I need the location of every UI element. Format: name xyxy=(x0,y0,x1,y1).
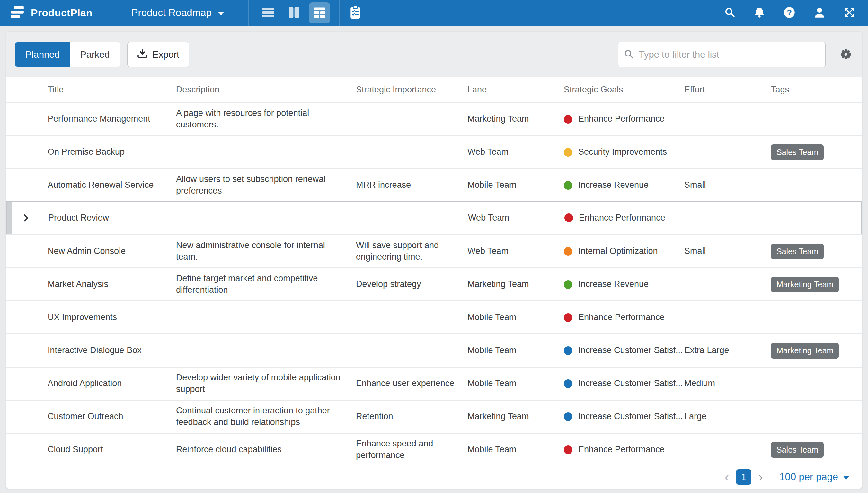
export-label: Export xyxy=(152,49,179,60)
table-settings-button[interactable] xyxy=(839,47,853,63)
list-view-icon xyxy=(262,6,274,20)
row-effort: Extra Large xyxy=(684,345,771,356)
help-button[interactable]: ? xyxy=(783,6,795,20)
row-effort: Large xyxy=(684,411,771,422)
row-lane: Marketing Team xyxy=(468,411,564,422)
tag-badge: Sales Team xyxy=(771,145,824,160)
row-strategic-goal: Internal Optimization xyxy=(564,245,684,257)
row-tags: Sales Team xyxy=(771,145,862,160)
table-row[interactable]: New Admin Console New administrative con… xyxy=(6,234,862,267)
export-button[interactable]: Export xyxy=(127,42,189,67)
tag-badge: Sales Team xyxy=(771,243,824,259)
brand-name: ProductPlan xyxy=(31,7,92,19)
next-page-button[interactable]: › xyxy=(759,471,763,484)
column-header-effort[interactable]: Effort xyxy=(684,85,771,95)
row-strategic-goal: Enhance Performance xyxy=(564,312,684,323)
per-page-selector[interactable]: 100 per page xyxy=(779,471,849,483)
row-description: Define target market and competitive dif… xyxy=(176,273,356,296)
goal-label: Enhance Performance xyxy=(578,444,665,455)
row-title: UX Improvements xyxy=(47,312,176,323)
goal-label: Increase Customer Satisf... xyxy=(578,411,683,422)
timeline-view-button[interactable] xyxy=(283,2,305,23)
row-strategic-goal: Increase Customer Satisf... xyxy=(564,345,684,356)
roadmap-table-card: Planned Parked Export xyxy=(6,32,862,489)
account-button[interactable] xyxy=(813,6,826,20)
goal-color-dot xyxy=(564,181,573,190)
table-row[interactable]: Product Review Web Team Enhance Performa… xyxy=(6,201,862,234)
global-search-button[interactable] xyxy=(724,7,736,19)
goal-label: Enhance Performance xyxy=(579,212,665,224)
row-strategic-goal: Security Improvements xyxy=(564,146,684,158)
row-lane: Marketing Team xyxy=(468,279,564,290)
goal-color-dot xyxy=(564,280,573,289)
row-title: New Admin Console xyxy=(47,245,176,257)
row-tags: Marketing Team xyxy=(771,343,862,359)
tag-badge: Marketing Team xyxy=(771,277,839,293)
row-description: Continual customer interaction to gather… xyxy=(176,405,356,428)
table-row[interactable]: UX Improvements Mobile Team Enhance Perf… xyxy=(6,300,862,334)
row-strategic-importance: Develop strategy xyxy=(356,279,468,290)
goal-label: Enhance Performance xyxy=(578,113,665,125)
row-lane: Web Team xyxy=(468,212,564,224)
chevron-down-icon xyxy=(218,12,224,16)
column-header-tags[interactable]: Tags xyxy=(771,85,862,95)
goal-color-dot xyxy=(564,115,573,124)
table-row[interactable]: Performance Management A page with resou… xyxy=(6,102,862,135)
row-lane: Mobile Team xyxy=(468,345,564,356)
planned-tab[interactable]: Planned xyxy=(15,42,70,67)
table-view-button[interactable] xyxy=(309,2,330,23)
row-effort: Small xyxy=(684,179,771,191)
row-title: Customer Outreach xyxy=(47,411,176,422)
table-row[interactable]: Cloud Support Reinforce cloud capabiliti… xyxy=(6,433,862,465)
table-row[interactable]: Automatic Renewal Service Allow users to… xyxy=(6,168,862,201)
top-nav: ProductPlan Product Roadmap xyxy=(0,0,868,26)
pager: ‹ 1 › xyxy=(725,469,763,485)
row-tags: Sales Team xyxy=(771,442,862,458)
row-title: Cloud Support xyxy=(47,444,176,455)
table-toolbar: Planned Parked Export xyxy=(6,32,862,77)
row-strategic-goal: Increase Customer Satisf... xyxy=(564,411,684,422)
expand-chevron[interactable] xyxy=(7,213,48,223)
table-row[interactable]: Market Analysis Define target market and… xyxy=(6,267,862,300)
goal-label: Increase Customer Satisf... xyxy=(578,345,683,356)
row-lane: Mobile Team xyxy=(468,312,564,323)
table-row[interactable]: Customer Outreach Continual customer int… xyxy=(6,400,862,433)
row-strategic-goal: Enhance Performance xyxy=(564,212,685,224)
row-lane: Web Team xyxy=(468,146,564,158)
notifications-button[interactable] xyxy=(753,7,765,19)
previous-page-button[interactable]: ‹ xyxy=(725,471,729,484)
parked-tab[interactable]: Parked xyxy=(70,42,120,67)
goal-label: Internal Optimization xyxy=(578,245,658,257)
list-view-button[interactable] xyxy=(257,2,279,23)
row-strategic-importance: Enhance user experience xyxy=(356,378,468,389)
planning-board-button[interactable] xyxy=(350,6,361,20)
row-title: Market Analysis xyxy=(47,279,176,290)
goal-color-dot xyxy=(564,346,573,355)
goal-label: Increase Revenue xyxy=(578,179,648,191)
column-header-strategic-importance[interactable]: Strategic Importance xyxy=(356,85,468,95)
svg-text:?: ? xyxy=(787,8,792,17)
table-row[interactable]: Interactive Dialogue Box Mobile Team Inc… xyxy=(6,334,862,367)
goal-color-dot xyxy=(564,379,573,388)
table-row[interactable]: Android Application Develop wider variet… xyxy=(6,367,862,400)
filter-input[interactable] xyxy=(618,42,826,67)
current-page-button[interactable]: 1 xyxy=(736,469,751,485)
roadmap-selector[interactable]: Product Roadmap xyxy=(107,0,248,26)
goal-color-dot xyxy=(564,148,573,157)
column-header-description[interactable]: Description xyxy=(176,85,356,95)
productplan-logo-icon xyxy=(10,5,25,21)
row-description: Develop wider variety of mobile applicat… xyxy=(176,372,356,395)
column-header-lane[interactable]: Lane xyxy=(468,85,564,95)
gear-icon xyxy=(839,47,853,63)
row-description: Reinforce cloud capabilities xyxy=(176,444,356,455)
goal-label: Security Improvements xyxy=(578,146,667,158)
table-row[interactable]: On Premise Backup Web Team Security Impr… xyxy=(6,135,862,168)
table-header: Title Description Strategic Importance L… xyxy=(6,77,862,102)
column-header-strategic-goals[interactable]: Strategic Goals xyxy=(564,85,684,95)
expand-button[interactable] xyxy=(844,7,855,19)
row-lane: Marketing Team xyxy=(468,113,564,125)
column-header-title[interactable]: Title xyxy=(47,85,176,95)
row-description: Allow users to set subscription renewal … xyxy=(176,174,356,196)
nav-actions: ? xyxy=(724,0,868,26)
search-icon xyxy=(724,7,736,19)
